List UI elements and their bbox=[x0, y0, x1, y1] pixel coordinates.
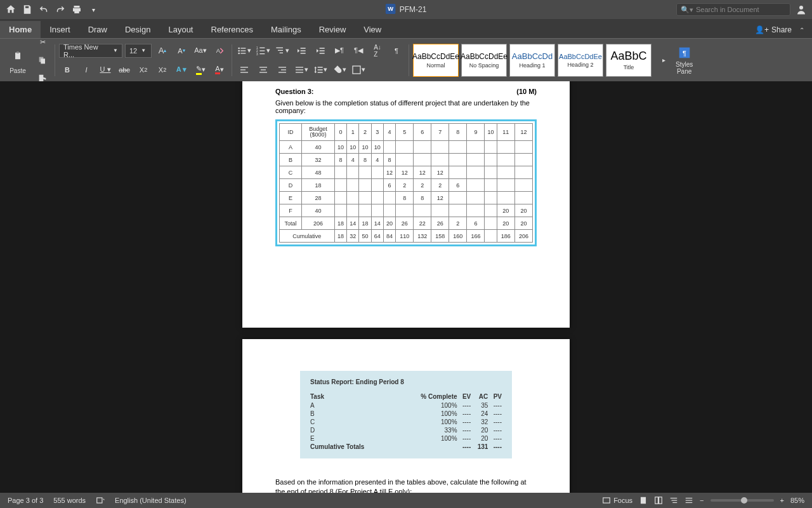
paste-group: Paste bbox=[5, 46, 30, 74]
svg-rect-22 bbox=[280, 52, 283, 53]
styles-pane-button[interactable]: ¶ Styles Pane bbox=[676, 46, 693, 75]
copy-icon[interactable] bbox=[34, 53, 51, 68]
share-icon: 👤+ bbox=[755, 25, 769, 34]
borders-icon[interactable]: ▾ bbox=[350, 62, 367, 77]
style-heading-2[interactable]: AaBbCcDdEeHeading 2 bbox=[558, 44, 603, 77]
word-icon: W bbox=[386, 4, 396, 16]
highlight-icon[interactable]: ✎▾ bbox=[192, 62, 209, 77]
align-center-icon[interactable] bbox=[255, 62, 272, 77]
tab-design[interactable]: Design bbox=[116, 21, 159, 38]
justify-icon[interactable]: ▾ bbox=[293, 62, 310, 77]
svg-rect-47 bbox=[686, 500, 693, 500]
qat-more-icon[interactable]: ▾ bbox=[88, 4, 99, 15]
shading-icon[interactable]: ▾ bbox=[331, 62, 348, 77]
save-icon[interactable] bbox=[22, 4, 33, 15]
svg-rect-46 bbox=[686, 498, 693, 498]
svg-rect-3 bbox=[15, 53, 20, 60]
svg-text:W: W bbox=[388, 6, 393, 12]
document-canvas[interactable]: Question 3: (10 M) Given below is the co… bbox=[0, 81, 812, 493]
web-layout-icon[interactable] bbox=[654, 496, 663, 505]
draft-icon[interactable] bbox=[684, 496, 693, 505]
collapse-ribbon-icon[interactable]: ⌃ bbox=[799, 27, 804, 34]
spellcheck-icon[interactable] bbox=[96, 496, 105, 505]
status-report-box: Status Report: Ending Period 8 Task% Com… bbox=[300, 371, 512, 458]
bold-button[interactable]: B bbox=[59, 62, 75, 77]
tab-draw[interactable]: Draw bbox=[79, 21, 116, 38]
change-case-icon[interactable]: Aa▾ bbox=[192, 43, 209, 58]
paste-button[interactable] bbox=[8, 46, 28, 66]
svg-rect-24 bbox=[240, 69, 246, 70]
share-button[interactable]: 👤+ Share ⌃ bbox=[747, 22, 812, 38]
increase-indent-icon[interactable] bbox=[312, 43, 329, 58]
style-normal[interactable]: AaBbCcDdEeNormal bbox=[413, 44, 459, 77]
bullets-icon[interactable]: ▾ bbox=[236, 43, 252, 58]
multilevel-icon[interactable]: ▾ bbox=[274, 43, 291, 58]
cut-icon[interactable]: ✂ bbox=[34, 35, 51, 50]
font-color-icon[interactable]: A▾ bbox=[211, 62, 228, 77]
search-input[interactable]: 🔍▾ Search in Document bbox=[676, 3, 790, 16]
styles-more-icon[interactable]: ▸ bbox=[655, 53, 672, 68]
text-effects-icon[interactable]: A ▾ bbox=[173, 62, 190, 77]
style-heading-1[interactable]: AaBbCcDdHeading 1 bbox=[509, 44, 555, 77]
zoom-slider[interactable] bbox=[710, 499, 774, 502]
ribbon: Paste ✂ Times New R...▼ 12▼ A▴ A▾ Aa▾ A … bbox=[0, 38, 812, 81]
font-size-select[interactable]: 12▼ bbox=[125, 44, 152, 58]
print-layout-icon[interactable] bbox=[639, 496, 648, 505]
numbering-icon[interactable]: 123▾ bbox=[255, 43, 272, 58]
word-count[interactable]: 555 words bbox=[53, 497, 86, 504]
undo-icon[interactable] bbox=[38, 4, 49, 15]
svg-rect-28 bbox=[259, 72, 267, 72]
underline-button[interactable]: U ▾ bbox=[97, 62, 114, 77]
tab-view[interactable]: View bbox=[355, 21, 390, 38]
svg-rect-30 bbox=[281, 69, 286, 70]
svg-rect-35 bbox=[353, 66, 360, 74]
outline-icon[interactable] bbox=[669, 496, 678, 505]
print-icon[interactable] bbox=[71, 4, 82, 15]
language-indicator[interactable]: English (United States) bbox=[115, 497, 187, 504]
svg-text:A: A bbox=[216, 47, 221, 53]
status-title: Status Report: Ending Period 8 bbox=[310, 378, 502, 385]
superscript-button[interactable]: X2 bbox=[154, 62, 171, 77]
decrease-indent-icon[interactable] bbox=[293, 43, 310, 58]
svg-rect-43 bbox=[671, 498, 678, 498]
line-spacing-icon[interactable]: ▾ bbox=[312, 62, 329, 77]
focus-button[interactable]: Focus bbox=[602, 496, 632, 505]
page-indicator[interactable]: Page 3 of 3 bbox=[8, 497, 43, 504]
svg-rect-6 bbox=[41, 58, 45, 64]
user-icon[interactable] bbox=[796, 4, 807, 15]
svg-rect-45 bbox=[672, 502, 677, 503]
zoom-out-button[interactable]: − bbox=[700, 497, 704, 504]
question-label: Question 3: bbox=[275, 88, 314, 95]
subscript-button[interactable]: X2 bbox=[135, 62, 152, 77]
svg-rect-38 bbox=[97, 498, 102, 503]
tab-mailings[interactable]: Mailings bbox=[262, 21, 310, 38]
decrease-font-icon[interactable]: A▾ bbox=[173, 43, 190, 58]
svg-rect-40 bbox=[641, 497, 646, 504]
tab-review[interactable]: Review bbox=[310, 21, 355, 38]
zoom-label[interactable]: 85% bbox=[790, 497, 804, 504]
align-left-icon[interactable] bbox=[236, 62, 252, 77]
rtl-icon[interactable]: ¶◀ bbox=[350, 43, 367, 58]
zoom-in-button[interactable]: + bbox=[780, 497, 784, 504]
svg-rect-33 bbox=[296, 69, 303, 70]
followup-para: Based on the information presented in th… bbox=[275, 478, 537, 493]
style-no-spacing[interactable]: AaBbCcDdEeNo Spacing bbox=[461, 44, 507, 77]
redo-icon[interactable] bbox=[55, 4, 66, 15]
question-marks: (10 M) bbox=[516, 88, 537, 95]
tab-layout[interactable]: Layout bbox=[159, 21, 202, 38]
align-right-icon[interactable] bbox=[274, 62, 291, 77]
ltr-icon[interactable]: ▶¶ bbox=[331, 43, 348, 58]
show-marks-icon[interactable]: ¶ bbox=[388, 43, 405, 58]
home-icon[interactable] bbox=[5, 4, 16, 15]
font-name-select[interactable]: Times New R...▼ bbox=[59, 44, 122, 58]
italic-button[interactable]: I bbox=[78, 62, 95, 77]
styles-gallery: AaBbCcDdEeNormalAaBbCcDdEeNo SpacingAaBb… bbox=[413, 44, 652, 77]
tab-references[interactable]: References bbox=[202, 21, 262, 38]
clear-format-icon[interactable]: A bbox=[211, 43, 228, 58]
style-title[interactable]: AaBbCTitle bbox=[606, 44, 652, 77]
increase-font-icon[interactable]: A▴ bbox=[154, 43, 171, 58]
strikethrough-button[interactable]: abc bbox=[116, 62, 133, 77]
svg-rect-25 bbox=[240, 72, 248, 72]
search-icon: 🔍▾ bbox=[681, 6, 693, 14]
sort-icon[interactable]: A↓Z bbox=[369, 43, 386, 58]
